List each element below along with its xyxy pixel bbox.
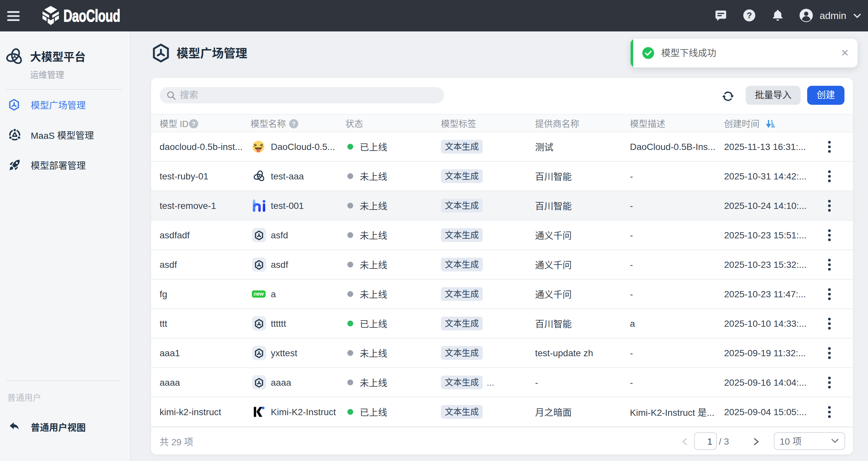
svg-text:?: ? [192, 120, 195, 127]
svg-text:?: ? [747, 10, 752, 20]
svg-text:?: ? [292, 120, 296, 127]
